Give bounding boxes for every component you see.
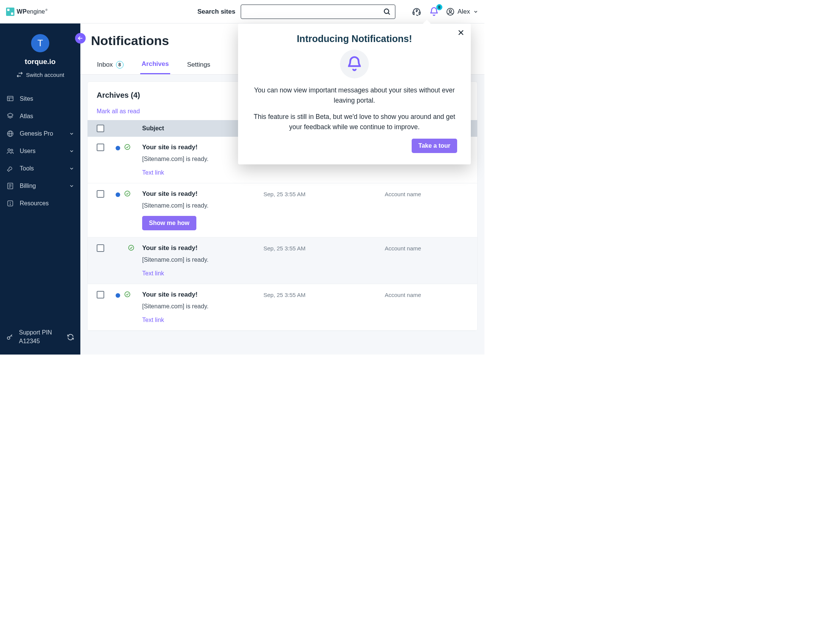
logo-text-wp: WP bbox=[17, 8, 27, 15]
svg-point-4 bbox=[449, 9, 451, 12]
sidebar-item-label: Atlas bbox=[20, 113, 33, 120]
tab-settings[interactable]: Settings bbox=[185, 55, 212, 74]
genesis-icon bbox=[6, 130, 14, 138]
users-icon bbox=[6, 147, 14, 155]
swap-icon bbox=[16, 71, 23, 78]
logo-mark-icon bbox=[6, 8, 14, 16]
account-avatar: T bbox=[31, 34, 49, 52]
unread-dot-icon bbox=[116, 146, 120, 150]
atlas-icon bbox=[6, 112, 14, 120]
bell-badge: 8 bbox=[436, 4, 442, 10]
sidebar-item-sites[interactable]: Sites bbox=[0, 90, 80, 108]
support-icon[interactable] bbox=[411, 6, 422, 17]
sidebar-item-tools[interactable]: Tools bbox=[0, 160, 80, 177]
sidebar-item-users[interactable]: Users bbox=[0, 142, 80, 160]
key-icon bbox=[6, 333, 14, 341]
sidebar-item-label: Users bbox=[20, 148, 36, 155]
popover-body-2: This feature is still in Beta, but we'd … bbox=[252, 112, 457, 132]
search-input-wrap[interactable] bbox=[241, 5, 395, 19]
take-tour-button[interactable]: Take a tour bbox=[412, 139, 457, 153]
row-account: Account name bbox=[385, 244, 468, 252]
row-checkbox[interactable] bbox=[97, 190, 104, 198]
sidebar-nav: Sites Atlas Genesis Pro Users Tools Bill… bbox=[0, 90, 80, 212]
tab-label: Settings bbox=[187, 61, 210, 69]
intro-popover: Introducing Notifications! You can now v… bbox=[238, 23, 471, 164]
unread-dot-icon bbox=[116, 293, 120, 298]
popover-body-1: You can now view important messages abou… bbox=[252, 85, 457, 106]
account-name: torque.io bbox=[5, 58, 76, 66]
row-action-button[interactable]: Show me how bbox=[142, 216, 196, 230]
arrow-left-icon bbox=[77, 35, 83, 41]
svg-point-23 bbox=[125, 144, 130, 150]
svg-point-25 bbox=[129, 245, 134, 250]
row-action-link[interactable]: Text link bbox=[142, 270, 164, 277]
sidebar-item-label: Tools bbox=[20, 165, 34, 172]
search-label: Search sites bbox=[197, 8, 235, 16]
collapse-sidebar-button[interactable] bbox=[75, 33, 86, 44]
chevron-down-icon bbox=[69, 183, 74, 189]
user-name: Alex bbox=[458, 8, 470, 16]
check-circle-icon bbox=[128, 244, 135, 251]
row-body: [Sitename.com] is ready. bbox=[142, 202, 256, 209]
sidebar-item-atlas[interactable]: Atlas bbox=[0, 108, 80, 125]
check-circle-icon bbox=[124, 190, 131, 197]
notification-row: Your site is ready! [Sitename.com] is re… bbox=[88, 183, 477, 238]
tab-archives[interactable]: Archives bbox=[140, 55, 171, 74]
logo-text-engine: engine bbox=[27, 8, 45, 15]
svg-point-0 bbox=[384, 9, 389, 13]
notifications-bell-icon[interactable]: 8 bbox=[429, 6, 439, 17]
row-account: Account name bbox=[385, 190, 468, 197]
row-action-link[interactable]: Text link bbox=[142, 317, 164, 323]
sidebar-item-label: Billing bbox=[20, 183, 36, 189]
row-timestamp: Sep, 25 3:55 AM bbox=[263, 190, 377, 197]
row-checkbox[interactable] bbox=[97, 244, 104, 252]
chevron-down-icon bbox=[473, 9, 478, 14]
row-account: Account name bbox=[385, 291, 468, 298]
sidebar-item-resources[interactable]: Resources bbox=[0, 195, 80, 212]
bell-icon bbox=[346, 56, 363, 72]
row-body: [Sitename.com] is ready. bbox=[142, 303, 256, 310]
billing-icon bbox=[6, 182, 14, 190]
search-icon[interactable] bbox=[383, 8, 391, 16]
row-subject: Your site is ready! bbox=[142, 291, 256, 298]
row-checkbox[interactable] bbox=[97, 291, 104, 298]
tab-label: Archives bbox=[142, 60, 169, 68]
switch-account-label: Switch account bbox=[26, 72, 64, 78]
check-circle-icon bbox=[124, 144, 131, 150]
logo[interactable]: WPengine® bbox=[6, 8, 47, 16]
svg-point-15 bbox=[11, 149, 13, 151]
row-checkbox[interactable] bbox=[97, 144, 104, 151]
chevron-down-icon bbox=[69, 148, 74, 154]
refresh-pin-icon[interactable] bbox=[67, 333, 74, 341]
switch-account-link[interactable]: Switch account bbox=[5, 71, 76, 78]
sidebar-item-label: Resources bbox=[20, 200, 49, 207]
row-subject: Your site is ready! bbox=[142, 244, 256, 252]
unread-dot-icon bbox=[116, 192, 120, 197]
tools-icon bbox=[6, 164, 14, 173]
svg-point-24 bbox=[125, 191, 130, 196]
sidebar-item-label: Sites bbox=[20, 95, 33, 102]
search-input[interactable] bbox=[245, 8, 383, 15]
notification-row: Your site is ready! [Sitename.com] is re… bbox=[88, 284, 477, 331]
row-timestamp: Sep, 25 3:55 AM bbox=[263, 291, 377, 298]
chevron-down-icon bbox=[69, 166, 74, 171]
sidebar: T torque.io Switch account Sites Atlas G… bbox=[0, 23, 80, 355]
support-pin-value: A12345 bbox=[19, 337, 52, 345]
support-pin-label: Support PIN bbox=[19, 328, 52, 337]
tab-inbox[interactable]: Inbox 8 bbox=[96, 55, 125, 74]
popover-title: Introducing Notifications! bbox=[252, 33, 457, 44]
popover-illustration bbox=[340, 50, 369, 78]
topbar: WPengine® Search sites 8 Alex bbox=[0, 0, 484, 23]
panel-title: Archives (4) bbox=[97, 91, 140, 100]
select-all-checkbox[interactable] bbox=[97, 125, 104, 132]
row-action-link[interactable]: Text link bbox=[142, 169, 164, 176]
row-body: [Sitename.com] is ready. bbox=[142, 256, 256, 263]
user-menu[interactable]: Alex bbox=[446, 8, 478, 16]
tab-badge: 8 bbox=[116, 61, 124, 69]
sidebar-item-billing[interactable]: Billing bbox=[0, 177, 80, 195]
notification-row: Your site is ready! [Sitename.com] is re… bbox=[88, 238, 477, 284]
svg-point-14 bbox=[8, 149, 10, 151]
check-circle-icon bbox=[124, 291, 131, 298]
sidebar-item-genesis[interactable]: Genesis Pro bbox=[0, 125, 80, 142]
close-icon[interactable] bbox=[457, 29, 465, 36]
